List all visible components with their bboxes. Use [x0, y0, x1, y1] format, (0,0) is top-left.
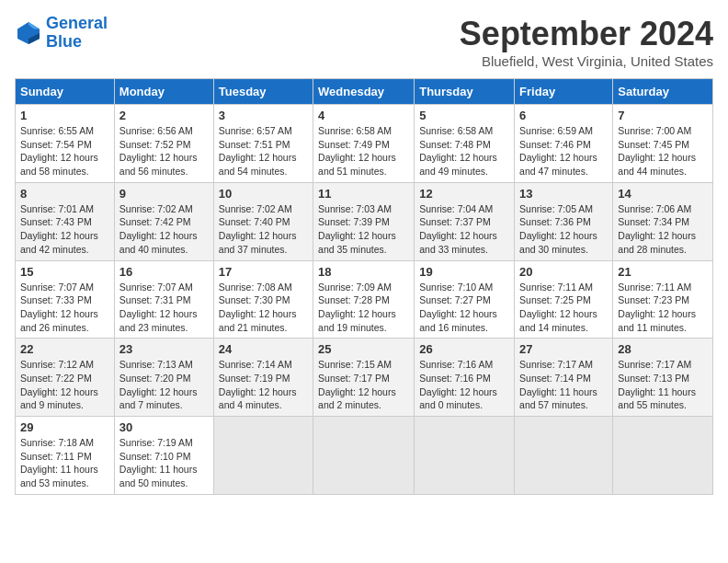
calendar-week: 8 Sunrise: 7:01 AM Sunset: 7:43 PM Dayli… — [16, 182, 713, 260]
day-number: 12 — [419, 187, 509, 201]
calendar-cell: 4 Sunrise: 6:58 AM Sunset: 7:49 PM Dayli… — [313, 105, 415, 183]
header-day: Tuesday — [213, 79, 313, 105]
day-number: 4 — [318, 109, 409, 122]
calendar-cell: 2 Sunrise: 6:56 AM Sunset: 7:52 PM Dayli… — [114, 105, 213, 183]
day-number: 17 — [219, 265, 308, 279]
logo-icon — [15, 19, 42, 47]
day-number: 26 — [419, 342, 509, 356]
calendar-cell: 11 Sunrise: 7:03 AM Sunset: 7:39 PM Dayl… — [313, 182, 415, 260]
calendar-cell: 30 Sunrise: 7:19 AM Sunset: 7:10 PM Dayl… — [114, 417, 213, 495]
calendar-week: 15 Sunrise: 7:07 AM Sunset: 7:33 PM Dayl… — [16, 260, 713, 339]
day-info: Sunrise: 7:11 AM Sunset: 7:25 PM Dayligh… — [519, 281, 608, 335]
day-info: Sunrise: 7:19 AM Sunset: 7:10 PM Dayligh… — [119, 436, 209, 490]
calendar-cell — [515, 417, 613, 495]
day-info: Sunrise: 7:05 AM Sunset: 7:36 PM Dayligh… — [519, 202, 608, 257]
calendar-cell: 6 Sunrise: 6:59 AM Sunset: 7:46 PM Dayli… — [515, 105, 613, 183]
calendar-cell — [213, 417, 313, 495]
day-info: Sunrise: 7:13 AM Sunset: 7:20 PM Dayligh… — [119, 358, 209, 412]
day-info: Sunrise: 7:14 AM Sunset: 7:19 PM Dayligh… — [219, 358, 308, 412]
logo-line2: Blue — [46, 32, 82, 51]
calendar-week: 1 Sunrise: 6:55 AM Sunset: 7:54 PM Dayli… — [16, 105, 713, 183]
day-info: Sunrise: 7:06 AM Sunset: 7:34 PM Dayligh… — [618, 202, 708, 257]
header-day: Wednesday — [313, 79, 415, 105]
day-info: Sunrise: 7:01 AM Sunset: 7:43 PM Dayligh… — [20, 202, 109, 257]
calendar-cell: 23 Sunrise: 7:13 AM Sunset: 7:20 PM Dayl… — [114, 339, 213, 417]
calendar-cell: 21 Sunrise: 7:11 AM Sunset: 7:23 PM Dayl… — [613, 260, 713, 339]
calendar-cell: 3 Sunrise: 6:57 AM Sunset: 7:51 PM Dayli… — [213, 105, 313, 183]
header-row: SundayMondayTuesdayWednesdayThursdayFrid… — [16, 79, 713, 105]
day-info: Sunrise: 6:57 AM Sunset: 7:51 PM Dayligh… — [219, 124, 308, 178]
day-number: 7 — [618, 109, 708, 122]
day-number: 14 — [618, 187, 708, 201]
day-info: Sunrise: 6:58 AM Sunset: 7:48 PM Dayligh… — [419, 124, 509, 178]
calendar-cell — [313, 417, 415, 495]
calendar-cell: 29 Sunrise: 7:18 AM Sunset: 7:11 PM Dayl… — [16, 417, 115, 495]
day-number: 21 — [618, 265, 708, 279]
day-info: Sunrise: 7:02 AM Sunset: 7:40 PM Dayligh… — [219, 202, 308, 257]
calendar-cell: 14 Sunrise: 7:06 AM Sunset: 7:34 PM Dayl… — [613, 182, 713, 260]
logo-text: General Blue — [46, 15, 108, 52]
day-number: 15 — [20, 265, 109, 279]
calendar-cell: 10 Sunrise: 7:02 AM Sunset: 7:40 PM Dayl… — [213, 182, 313, 260]
calendar-cell: 28 Sunrise: 7:17 AM Sunset: 7:13 PM Dayl… — [613, 339, 713, 417]
calendar-cell: 16 Sunrise: 7:07 AM Sunset: 7:31 PM Dayl… — [114, 260, 213, 339]
calendar-cell: 15 Sunrise: 7:07 AM Sunset: 7:33 PM Dayl… — [16, 260, 115, 339]
calendar-body: 1 Sunrise: 6:55 AM Sunset: 7:54 PM Dayli… — [16, 105, 713, 495]
calendar-cell — [415, 417, 515, 495]
header: General Blue September 2024 Bluefield, W… — [15, 15, 713, 69]
day-number: 16 — [119, 265, 209, 279]
calendar-cell: 13 Sunrise: 7:05 AM Sunset: 7:36 PM Dayl… — [515, 182, 613, 260]
day-number: 23 — [119, 342, 209, 356]
calendar-cell: 26 Sunrise: 7:16 AM Sunset: 7:16 PM Dayl… — [415, 339, 515, 417]
calendar-cell: 17 Sunrise: 7:08 AM Sunset: 7:30 PM Dayl… — [213, 260, 313, 339]
day-number: 3 — [219, 109, 308, 122]
day-info: Sunrise: 7:17 AM Sunset: 7:14 PM Dayligh… — [519, 358, 608, 412]
calendar-week: 22 Sunrise: 7:12 AM Sunset: 7:22 PM Dayl… — [16, 339, 713, 417]
location: Bluefield, West Virginia, United States — [460, 53, 713, 69]
day-info: Sunrise: 7:17 AM Sunset: 7:13 PM Dayligh… — [618, 358, 708, 412]
calendar-cell: 5 Sunrise: 6:58 AM Sunset: 7:48 PM Dayli… — [415, 105, 515, 183]
day-number: 27 — [519, 342, 608, 356]
calendar-cell: 24 Sunrise: 7:14 AM Sunset: 7:19 PM Dayl… — [213, 339, 313, 417]
day-number: 8 — [20, 187, 109, 201]
title-block: September 2024 Bluefield, West Virginia,… — [460, 15, 713, 69]
header-day: Sunday — [16, 79, 115, 105]
day-number: 11 — [318, 187, 409, 201]
day-info: Sunrise: 7:16 AM Sunset: 7:16 PM Dayligh… — [419, 358, 509, 412]
day-info: Sunrise: 6:59 AM Sunset: 7:46 PM Dayligh… — [519, 124, 608, 178]
calendar-cell: 25 Sunrise: 7:15 AM Sunset: 7:17 PM Dayl… — [313, 339, 415, 417]
calendar-cell: 22 Sunrise: 7:12 AM Sunset: 7:22 PM Dayl… — [16, 339, 115, 417]
month-title: September 2024 — [460, 15, 713, 53]
logo-line1: General — [46, 14, 108, 32]
calendar-cell: 19 Sunrise: 7:10 AM Sunset: 7:27 PM Dayl… — [415, 260, 515, 339]
calendar-week: 29 Sunrise: 7:18 AM Sunset: 7:11 PM Dayl… — [16, 417, 713, 495]
calendar-header: SundayMondayTuesdayWednesdayThursdayFrid… — [16, 79, 713, 105]
day-number: 19 — [419, 265, 509, 279]
header-day: Saturday — [613, 79, 713, 105]
header-day: Friday — [515, 79, 613, 105]
day-info: Sunrise: 6:58 AM Sunset: 7:49 PM Dayligh… — [318, 124, 409, 178]
day-info: Sunrise: 7:03 AM Sunset: 7:39 PM Dayligh… — [318, 202, 409, 257]
day-info: Sunrise: 7:08 AM Sunset: 7:30 PM Dayligh… — [219, 281, 308, 335]
day-number: 5 — [419, 109, 509, 122]
calendar-cell: 20 Sunrise: 7:11 AM Sunset: 7:25 PM Dayl… — [515, 260, 613, 339]
day-info: Sunrise: 7:09 AM Sunset: 7:28 PM Dayligh… — [318, 281, 409, 335]
day-info: Sunrise: 7:12 AM Sunset: 7:22 PM Dayligh… — [20, 358, 109, 412]
calendar-cell: 9 Sunrise: 7:02 AM Sunset: 7:42 PM Dayli… — [114, 182, 213, 260]
day-info: Sunrise: 7:02 AM Sunset: 7:42 PM Dayligh… — [119, 202, 209, 257]
day-info: Sunrise: 7:04 AM Sunset: 7:37 PM Dayligh… — [419, 202, 509, 257]
day-info: Sunrise: 7:10 AM Sunset: 7:27 PM Dayligh… — [419, 281, 509, 335]
calendar-cell: 27 Sunrise: 7:17 AM Sunset: 7:14 PM Dayl… — [515, 339, 613, 417]
day-info: Sunrise: 7:11 AM Sunset: 7:23 PM Dayligh… — [618, 281, 708, 335]
day-number: 22 — [20, 342, 109, 356]
calendar-cell: 12 Sunrise: 7:04 AM Sunset: 7:37 PM Dayl… — [415, 182, 515, 260]
day-number: 13 — [519, 187, 608, 201]
day-number: 18 — [318, 265, 409, 279]
day-info: Sunrise: 7:00 AM Sunset: 7:45 PM Dayligh… — [618, 124, 708, 178]
day-number: 30 — [119, 420, 209, 434]
calendar-cell: 7 Sunrise: 7:00 AM Sunset: 7:45 PM Dayli… — [613, 105, 713, 183]
header-day: Thursday — [415, 79, 515, 105]
day-number: 9 — [119, 187, 209, 201]
day-number: 29 — [20, 420, 109, 434]
header-day: Monday — [114, 79, 213, 105]
